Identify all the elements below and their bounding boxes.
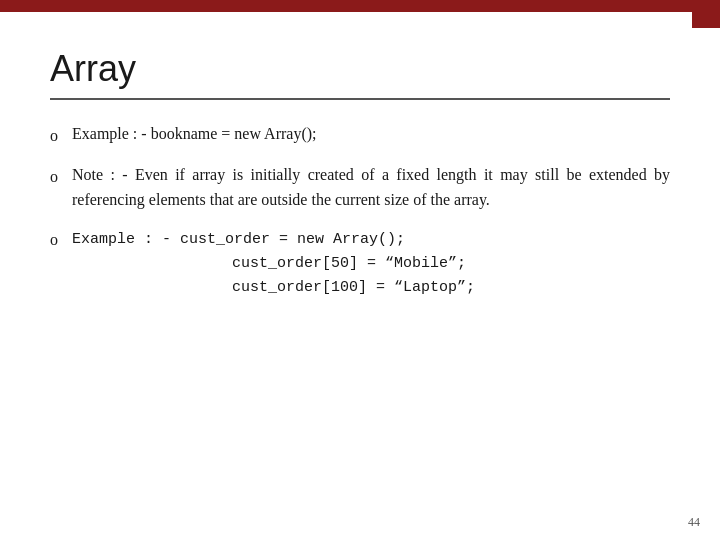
list-item: o Example : - cust_order = new Array(); … [50, 226, 670, 300]
title-divider [50, 98, 670, 100]
list-item: o Note : - Even if array is initially cr… [50, 163, 670, 213]
bullet-marker: o [50, 122, 72, 149]
slide-title: Array [50, 48, 670, 90]
code-line-2: cust_order[50] = “Mobile”; [72, 252, 670, 276]
bullet-text: Note : - Even if array is initially crea… [72, 163, 670, 213]
bullet-text-code: Example : - cust_order = new Array(); cu… [72, 228, 670, 300]
bullet-marker: o [50, 163, 72, 190]
bullet-list: o Example : - bookname = new Array(); o … [50, 122, 670, 300]
bullet-marker: o [50, 226, 72, 253]
code-line-3: cust_order[100] = “Laptop”; [72, 276, 670, 300]
code-line-1: Example : - cust_order = new Array(); [72, 228, 670, 252]
slide-content: Array o Example : - bookname = new Array… [0, 0, 720, 344]
page-number: 44 [688, 515, 700, 530]
list-item: o Example : - bookname = new Array(); [50, 122, 670, 149]
bullet-text: Example : - bookname = new Array(); [72, 122, 670, 147]
